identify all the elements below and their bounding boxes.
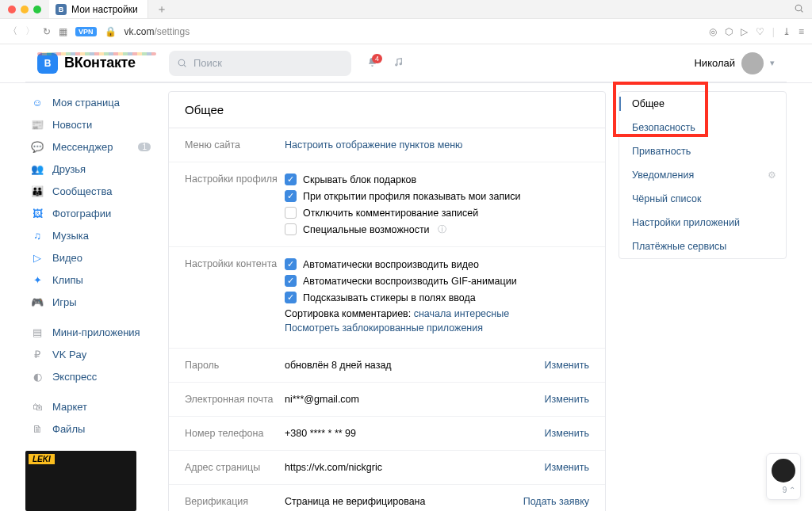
svg-point-0 (795, 5, 802, 11)
reload-button[interactable]: ↻ (43, 26, 51, 37)
settings-nav: Общее Безопасность Приватность Уведомлен… (619, 91, 787, 259)
change-phone-link[interactable]: Изменить (545, 428, 589, 439)
nav-security[interactable]: Безопасность (619, 116, 786, 139)
nav-notifications[interactable]: Уведомления ⚙ (619, 163, 786, 187)
blocked-apps-link[interactable]: Посмотреть заблокированные приложения (285, 322, 483, 334)
sidebar-item-news[interactable]: 📰Новости (25, 113, 155, 135)
browser-tab[interactable]: В Мои настройки (49, 0, 148, 18)
checkbox-show-my-posts[interactable]: ✓При открытии профиля показывать мои зап… (285, 190, 589, 202)
checkbox-autoplay-video[interactable]: ✓Автоматически воспроизводить видео (285, 258, 589, 270)
sidebar-item-clips[interactable]: ✦Клипы (25, 269, 155, 291)
vk-favicon-icon: В (56, 4, 67, 15)
chevron-down-icon: ▾ (770, 58, 775, 68)
new-tab-button[interactable]: ＋ (148, 2, 175, 17)
site-security-icon[interactable]: 🔒 (105, 26, 117, 37)
search-input[interactable]: Поиск (169, 51, 351, 76)
nav-app-settings[interactable]: Настройки приложений (619, 211, 786, 235)
notifications-button[interactable]: 4 (367, 57, 377, 70)
checkbox-icon (285, 207, 297, 219)
sidebar-item-groups[interactable]: 👪Сообщества (25, 180, 155, 202)
configure-menu-link[interactable]: Настроить отображение пунктов меню (285, 139, 462, 151)
vpn-badge[interactable]: VPN (75, 27, 97, 36)
help-icon[interactable]: ⓘ (438, 223, 446, 235)
user-menu[interactable]: Николай ▾ (694, 52, 775, 74)
tab-search-icon[interactable] (794, 3, 804, 16)
row-page-address: Адрес страницы https://vk.com/nickgric И… (169, 451, 605, 485)
music-note-icon: ♫ (30, 228, 44, 242)
sidebar-item-market[interactable]: 🛍Маркет (25, 395, 155, 418)
nav-privacy[interactable]: Приватность (619, 139, 786, 163)
search-placeholder: Поиск (193, 57, 222, 69)
checkbox-hide-gifts[interactable]: ✓Скрывать блок подарков (285, 174, 589, 185)
sidebar-item-video[interactable]: ▷Видео (25, 246, 155, 269)
send-icon[interactable]: ▷ (741, 26, 748, 37)
photo-icon: 🖼 (30, 206, 44, 220)
settings-panel: Общее Меню сайта Настроить отображение п… (168, 91, 606, 511)
window-controls[interactable] (8, 6, 41, 13)
close-window-icon[interactable] (8, 6, 16, 13)
bubble-avatar (772, 459, 795, 482)
checkbox-disable-comments[interactable]: Отключить комментирование записей (285, 207, 589, 219)
left-sidebar: ☺Моя страница 📰Новости 💬Мессенджер1 👥Дру… (25, 91, 155, 511)
nav-blacklist[interactable]: Чёрный список (619, 187, 786, 211)
garland-decoration-icon (37, 52, 156, 55)
row-label: Настройки контента (185, 258, 285, 269)
download-icon[interactable]: ⤓ (783, 26, 791, 37)
sidebar-item-photos[interactable]: 🖼Фотографии (25, 202, 155, 224)
messenger-badge: 1 (138, 143, 151, 151)
checkbox-autoplay-gif[interactable]: ✓Автоматически воспроизводить GIF-анимац… (285, 275, 589, 287)
sidebar-item-files[interactable]: 🗎Файлы (25, 418, 155, 440)
search-icon (177, 58, 187, 68)
sidebar-item-miniapps[interactable]: ▤Мини-приложения (25, 321, 155, 343)
back-button[interactable]: 〈 (8, 25, 17, 38)
camera-icon[interactable]: ◎ (709, 26, 717, 37)
nav-general[interactable]: Общее (619, 92, 786, 116)
heart-icon[interactable]: ♡ (756, 26, 764, 37)
tab-title: Мои настройки (71, 4, 138, 15)
express-icon: ◐ (30, 369, 44, 383)
change-email-link[interactable]: Изменить (545, 394, 589, 405)
menu-icon[interactable]: ≡ (799, 26, 804, 37)
nav-payments[interactable]: Платёжные сервисы (619, 235, 786, 258)
chat-bubble[interactable]: 9 ⌃ (766, 453, 801, 500)
change-password-link[interactable]: Изменить (545, 360, 589, 371)
sidebar-item-music[interactable]: ♫Музыка (25, 224, 155, 246)
ad-brand-badge: LEKI (29, 454, 55, 464)
ad-image: LEKI (25, 451, 136, 511)
sidebar-item-express[interactable]: ◐Экспресс (25, 365, 155, 387)
address-value: https://vk.com/nickgric (285, 462, 545, 473)
checkbox-accessibility[interactable]: Специальные возможностиⓘ (285, 223, 589, 235)
change-address-link[interactable]: Изменить (545, 462, 589, 473)
forward-button[interactable]: 〉 (25, 25, 35, 38)
sidebar-item-profile[interactable]: ☺Моя страница (25, 91, 155, 113)
chat-icon: 💬 (30, 139, 44, 154)
row-phone: Номер телефона +380 **** * ** 99 Изменит… (169, 417, 605, 451)
checkbox-icon (285, 223, 297, 235)
row-password: Пароль обновлён 8 дней назад Изменить (169, 349, 605, 383)
sidebar-item-vkpay[interactable]: ₽VK Pay (25, 343, 155, 365)
sidebar-item-friends[interactable]: 👥Друзья (25, 158, 155, 180)
checkbox-icon: ✓ (285, 174, 297, 185)
pay-icon: ₽ (30, 347, 44, 361)
sidebar-item-messenger[interactable]: 💬Мессенджер1 (25, 135, 155, 158)
shield-icon[interactable]: ⬡ (725, 26, 733, 37)
row-verification: Верификация Страница не верифицирована П… (169, 485, 605, 511)
sidebar-item-games[interactable]: 🎮Игры (25, 291, 155, 313)
checkbox-suggest-stickers[interactable]: ✓Подсказывать стикеры в полях ввода (285, 292, 589, 303)
minimize-window-icon[interactable] (21, 6, 29, 13)
submit-verification-link[interactable]: Подать заявку (523, 496, 589, 507)
comment-sort-value[interactable]: сначала интересные (414, 308, 509, 319)
news-icon: 📰 (30, 117, 44, 132)
verification-value: Страница не верифицирована (285, 496, 523, 507)
maximize-window-icon[interactable] (33, 6, 41, 13)
sidebar-ad[interactable]: LEKI LEKI в Драйв-Спорт. drive-sport.com… (25, 451, 155, 511)
music-button[interactable] (393, 57, 404, 70)
url-field[interactable]: vk.com/settings (124, 26, 701, 37)
market-icon: 🛍 (30, 399, 44, 414)
checkbox-icon: ✓ (285, 258, 297, 270)
row-label: Верификация (185, 496, 285, 507)
gear-icon[interactable]: ⚙ (768, 170, 776, 181)
vk-logo[interactable]: В ВКонтакте (37, 53, 156, 74)
extensions-icon[interactable]: ▦ (59, 26, 67, 37)
row-site-menu: Меню сайта Настроить отображение пунктов… (169, 128, 605, 162)
